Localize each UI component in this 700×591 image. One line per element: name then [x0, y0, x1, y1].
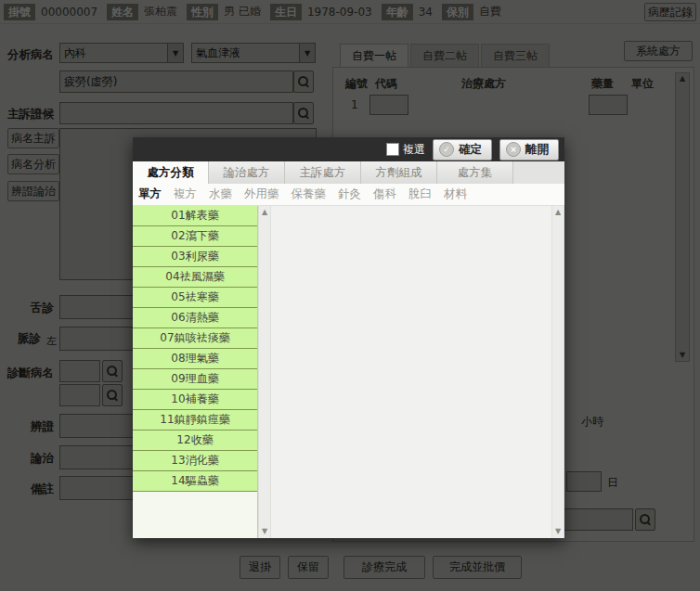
subtab-traumatology[interactable]: 傷科: [373, 186, 396, 202]
list-item[interactable]: 14驅蟲藥: [133, 471, 257, 492]
subtab-dislocation[interactable]: 脫臼: [408, 186, 432, 202]
tab-treatment-prescription[interactable]: 論治處方: [209, 161, 285, 184]
dialog-subtabbar: 單方 複方 水藥 外用藥 保養藥 針灸 傷科 脫臼 材料: [133, 184, 564, 206]
drug-list-scrollbar[interactable]: ▲ ▼: [551, 206, 564, 538]
scroll-down-icon[interactable]: ▼: [555, 528, 561, 535]
dialog-body: 01解表藥 02瀉下藥 03利尿藥 04祛風濕藥 05祛寒藥 06清熱藥 07鎮…: [133, 206, 564, 538]
subtab-compound[interactable]: 複方: [174, 186, 197, 202]
list-item[interactable]: 04祛風濕藥: [133, 267, 257, 288]
close-button-label: 離開: [525, 142, 549, 158]
scroll-up-icon[interactable]: ▲: [262, 209, 267, 216]
tab-chief-prescription[interactable]: 主訴處方: [285, 161, 361, 184]
list-item[interactable]: 05祛寒藥: [133, 288, 257, 308]
close-button[interactable]: × 離開: [499, 139, 559, 161]
subtab-water[interactable]: 水藥: [209, 186, 232, 202]
check-icon: ✓: [439, 142, 454, 157]
confirm-button-label: 確定: [459, 142, 482, 158]
app-window: 掛號 00000007 姓名 張柏震 性別 男 已婚 生日 1978-09-03…: [0, 0, 700, 591]
multi-select-checkbox[interactable]: [386, 143, 399, 156]
list-item[interactable]: 06清熱藥: [133, 308, 257, 328]
list-item[interactable]: 07鎮咳祛痰藥: [133, 328, 257, 349]
list-item[interactable]: 01解表藥: [133, 206, 257, 226]
dialog-titlebar: 複選 ✓ 確定 × 離開: [133, 137, 564, 161]
scroll-down-icon[interactable]: ▼: [262, 528, 267, 535]
list-item[interactable]: 12收藥: [133, 430, 257, 451]
confirm-button[interactable]: ✓ 確定: [433, 139, 492, 161]
close-icon: ×: [506, 142, 521, 157]
multi-select-label: 複選: [403, 142, 425, 158]
list-item[interactable]: 09理血藥: [133, 369, 257, 390]
drug-list-pane[interactable]: [271, 206, 552, 538]
list-item[interactable]: 08理氣藥: [133, 349, 257, 369]
prescription-picker-dialog: 複選 ✓ 確定 × 離開 處方分類 論治處方 主訴處方 方劑組成 處方集 單方 …: [133, 137, 564, 538]
list-item[interactable]: 13消化藥: [133, 451, 257, 471]
list-item[interactable]: 11鎮靜鎮痙藥: [133, 410, 257, 430]
category-scrollbar[interactable]: ▲ ▼: [258, 206, 271, 538]
subtab-single[interactable]: 單方: [138, 186, 162, 202]
dialog-tabbar: 處方分類 論治處方 主訴處方 方劑組成 處方集: [133, 161, 564, 185]
list-item[interactable]: 02瀉下藥: [133, 226, 257, 247]
subtab-material[interactable]: 材料: [444, 186, 467, 202]
scroll-up-icon[interactable]: ▲: [555, 209, 561, 216]
multi-select-option[interactable]: 複選: [386, 142, 425, 158]
subtab-external[interactable]: 外用藥: [244, 186, 279, 202]
list-item[interactable]: 03利尿藥: [133, 247, 257, 267]
subtab-acupuncture[interactable]: 針灸: [338, 186, 361, 202]
tab-prescription-set[interactable]: 處方集: [437, 161, 513, 184]
subtab-care[interactable]: 保養藥: [292, 186, 327, 202]
tab-prescription-category[interactable]: 處方分類: [133, 161, 209, 184]
tab-formula-composition[interactable]: 方劑組成: [361, 161, 437, 184]
list-item[interactable]: 10補養藥: [133, 390, 257, 410]
category-list: 01解表藥 02瀉下藥 03利尿藥 04祛風濕藥 05祛寒藥 06清熱藥 07鎮…: [133, 206, 258, 538]
